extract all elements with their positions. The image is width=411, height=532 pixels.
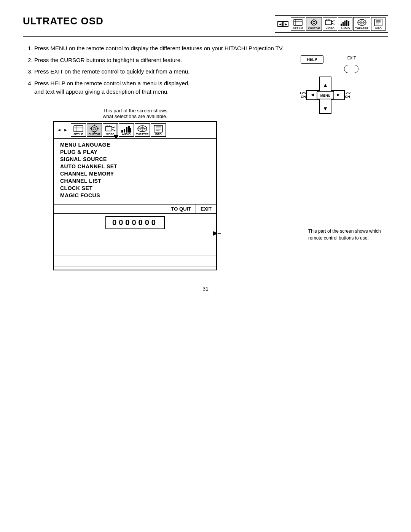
menu-item-info[interactable]: INFO (371, 17, 386, 31)
menu-item-custom[interactable]: CUSTOM (306, 17, 322, 31)
diagram-area: This part of the screen shows what selec… (23, 108, 388, 270)
tv-theater-icon (137, 125, 148, 133)
custom-icon (309, 18, 319, 27)
svg-text:FAV: FAV (300, 91, 307, 95)
svg-line-52 (112, 127, 115, 128)
channel-number-box: 0000000 (105, 216, 165, 229)
tv-channel-display: 0000000 (54, 213, 216, 232)
setup-icon (293, 18, 303, 27)
svg-text:CH: CH (345, 95, 350, 99)
nav-right-icon[interactable]: ► (283, 21, 288, 27)
svg-line-53 (112, 129, 115, 131)
svg-text:CH: CH (301, 95, 306, 99)
tv-nav-right: ► (63, 128, 68, 132)
tv-menu-theater: THEATER (135, 123, 150, 137)
svg-rect-40 (74, 126, 83, 132)
callout-top-line2: what selections are available. (103, 113, 388, 119)
svg-rect-57 (128, 126, 130, 133)
svg-text:▲: ▲ (323, 82, 328, 88)
svg-rect-49 (105, 126, 112, 131)
menu-item-channel-list: CHANNEL LIST (60, 178, 210, 184)
svg-point-8 (313, 21, 315, 24)
svg-rect-16 (344, 21, 346, 26)
tv-quit-area: TO QUIT (54, 204, 196, 213)
tv-audio-icon (121, 125, 132, 133)
tv-custom-icon (89, 125, 100, 133)
callout-right: This part of the screen shows which remo… (308, 228, 384, 241)
header: ULTRATEC OSD ◄ ► SET UP (23, 15, 388, 37)
tv-audio-label: AUDIO (122, 133, 131, 136)
menu-item-setup[interactable]: SET UP (291, 17, 305, 31)
tv-bottom-bar: TO QUIT EXIT (54, 204, 216, 213)
page-title: ULTRATEC OSD (23, 15, 104, 27)
page-container: ULTRATEC OSD ◄ ► SET UP (0, 0, 411, 315)
svg-text:◄: ◄ (310, 92, 315, 97)
svg-point-43 (91, 126, 97, 132)
tv-exit-area: EXIT (196, 204, 216, 213)
tv-theater-label: THEATER (136, 133, 149, 136)
svg-rect-23 (374, 19, 382, 26)
menu-item-audio[interactable]: AUDIO (338, 17, 352, 31)
info-label: INFO (375, 27, 382, 30)
theater-label: THEATER (355, 27, 368, 30)
nav-left-icon[interactable]: ◄ (277, 21, 283, 27)
svg-rect-14 (341, 24, 342, 26)
svg-rect-54 (121, 130, 123, 133)
remote-exit-label: EXIT (347, 56, 356, 60)
svg-rect-17 (346, 20, 347, 26)
top-menu-strip: ◄ ► SET UP (275, 15, 388, 33)
remote-exit-button (344, 65, 358, 73)
tv-info-icon (153, 125, 164, 133)
tv-menu-list: MENU LANGUAGE PLUG & PLAY SIGNAL SOURCE … (54, 139, 216, 203)
video-icon (325, 18, 335, 27)
callout-right-line2: remote control buttons to use. (308, 235, 369, 241)
video-label: VIDEO (326, 27, 335, 30)
tv-nav-left: ◄ (56, 128, 62, 132)
page-number: 31 (23, 286, 388, 292)
menu-item-theater[interactable]: THEATER (353, 17, 370, 31)
tv-setup-icon (73, 125, 84, 133)
menu-item-video[interactable]: VIDEO (323, 17, 337, 31)
setup-label: SET UP (293, 27, 303, 30)
tv-empty-row-1 (54, 235, 216, 245)
audio-label: AUDIO (341, 27, 350, 30)
svg-rect-9 (325, 20, 331, 25)
audio-icon (340, 18, 350, 27)
svg-line-13 (331, 23, 335, 24)
tv-screen: ◄ ► SET UP (53, 121, 217, 270)
menu-item-clock-set: CLOCK SET (60, 185, 210, 191)
svg-point-3 (311, 20, 317, 25)
svg-rect-56 (126, 127, 127, 133)
info-icon (373, 18, 384, 27)
svg-rect-58 (130, 128, 131, 133)
svg-text:FAV: FAV (344, 91, 351, 95)
tv-menu-setup: SET UP (71, 123, 86, 137)
tv-menu-custom: CUSTOM (87, 123, 102, 137)
tv-empty-rows (54, 232, 216, 270)
tv-menu-audio: AUDIO (119, 123, 134, 137)
tv-empty-row-2 (54, 245, 216, 256)
remote-help-button: HELP (301, 55, 323, 64)
tv-video-icon (105, 125, 116, 133)
menu-item-magic-focus: MAGIC FOCUS (60, 192, 210, 198)
callout-right-line1: This part of the screen shows which (308, 228, 381, 234)
tv-empty-row-3 (54, 256, 216, 267)
tv-menu-bar: ◄ ► SET UP (54, 122, 216, 139)
custom-label: CUSTOM (308, 27, 320, 30)
svg-rect-55 (124, 129, 125, 133)
help-label: HELP (307, 58, 317, 62)
menu-item-channel-memory: CHANNEL MEMORY (60, 171, 210, 177)
tv-exit-label: EXIT (201, 206, 212, 212)
tv-info-label: INFO (155, 133, 162, 136)
svg-text:►: ► (336, 92, 341, 97)
theater-icon (357, 18, 367, 27)
svg-rect-18 (348, 21, 349, 26)
nav-arrows: ◄ ► (277, 21, 288, 27)
menu-item-auto-channel: AUTO CHANNEL SET (60, 163, 210, 169)
tv-setup-label: SET UP (73, 133, 83, 136)
menu-item-menu-language: MENU LANGUAGE (60, 142, 210, 148)
tv-nav-arrows: ◄ ► (56, 128, 68, 132)
tv-menu-video: VIDEO (103, 123, 118, 137)
instruction-1: Press MENU on the remote control to disp… (34, 44, 388, 53)
callout-top: This part of the screen shows what selec… (103, 108, 388, 119)
